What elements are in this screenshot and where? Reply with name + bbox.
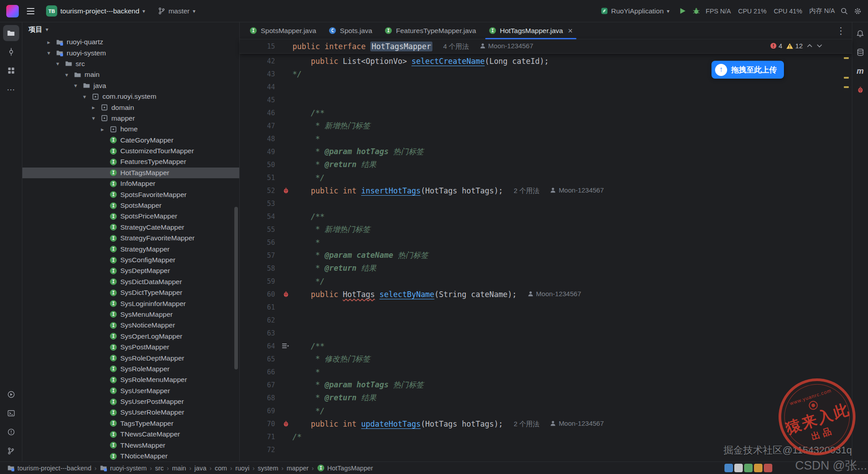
tree-item-StrategyMapper[interactable]: IStrategyMapper bbox=[22, 243, 239, 254]
tab-options-icon[interactable]: ⋮ bbox=[830, 22, 852, 39]
tree-item-SpotsPriceMapper[interactable]: ISpotsPriceMapper bbox=[22, 211, 239, 222]
tree-item-TNoticeMapper[interactable]: ITNoticeMapper bbox=[22, 451, 239, 461]
tab-HotTagsMapper.java[interactable]: IHotTagsMapper.java× bbox=[483, 22, 579, 39]
tab-Spots.java[interactable]: CSpots.java bbox=[322, 22, 378, 39]
code-text[interactable]: * 修改热门标签 bbox=[292, 354, 370, 364]
code-line-54[interactable]: 54 /** bbox=[240, 210, 852, 223]
chevron-down-icon[interactable]: ▾ bbox=[63, 71, 71, 78]
tree-item-SysUserRoleMapper[interactable]: ISysUserRoleMapper bbox=[22, 407, 239, 418]
author-inlay[interactable]: Moon-1234567 bbox=[528, 290, 581, 298]
author-inlay[interactable]: Moon-1234567 bbox=[480, 42, 534, 50]
code-text[interactable]: * @param hotTags 热门标签 bbox=[292, 380, 423, 390]
code-text[interactable]: */ bbox=[292, 407, 325, 415]
ime-chip[interactable] bbox=[764, 464, 772, 472]
branch-selector[interactable]: master ▾ bbox=[154, 5, 199, 17]
sticky-line[interactable]: 15public interface HotTagsMapper4 个用法Moo… bbox=[240, 39, 852, 54]
code-line-45[interactable]: 45 bbox=[240, 93, 852, 106]
tree-item-TNewsCateMapper[interactable]: ITNewsCateMapper bbox=[22, 429, 239, 440]
code-line-67[interactable]: 67 * @param hotTags 热门标签 bbox=[240, 378, 852, 391]
version-control-icon[interactable] bbox=[3, 443, 19, 459]
code-text[interactable]: public int updateHotTags(HotTags hotTags… bbox=[292, 419, 604, 428]
chevron-down-icon[interactable]: ▾ bbox=[89, 115, 97, 122]
tree-item-SysRoleMenuMapper[interactable]: ISysRoleMenuMapper bbox=[22, 374, 239, 385]
author-inlay[interactable]: Moon-1234567 bbox=[550, 419, 604, 427]
tree-item-SysDictDataMapper[interactable]: ISysDictDataMapper bbox=[22, 277, 239, 287]
code-text[interactable]: /** bbox=[292, 212, 325, 221]
code-line-58[interactable]: 58 * @return 结果 bbox=[240, 262, 852, 275]
code-text[interactable]: * bbox=[292, 134, 320, 143]
tree-item-SysOperLogMapper[interactable]: ISysOperLogMapper bbox=[22, 331, 239, 342]
code-text[interactable]: * @return 结果 bbox=[292, 263, 377, 273]
code-line-49[interactable]: 49 * @param hotTags 热门标签 bbox=[240, 145, 852, 158]
usages-inlay[interactable]: 4 个用法 bbox=[443, 42, 469, 51]
breadcrumb-item[interactable]: IHotTagsMapper bbox=[316, 464, 374, 472]
tree-item-SysRoleMapper[interactable]: ISysRoleMapper bbox=[22, 364, 239, 374]
code-text[interactable]: * 新增热门标签 bbox=[292, 121, 370, 131]
code-line-46[interactable]: 46 /** bbox=[240, 106, 852, 119]
commit-icon[interactable] bbox=[3, 44, 19, 60]
tree-item-StrategyFavoriteMapper[interactable]: IStrategyFavoriteMapper bbox=[22, 233, 239, 243]
tree-item-ruoyi-system[interactable]: ▾ruoyi-system bbox=[22, 47, 239, 58]
project-selector[interactable]: TB tourism-project---backend ▾ bbox=[42, 4, 149, 18]
code-text[interactable]: public HotTags selectByName(String cateN… bbox=[292, 290, 581, 299]
tree-item-main[interactable]: ▾main bbox=[22, 69, 239, 80]
code-line-48[interactable]: 48 * bbox=[240, 132, 852, 145]
project-panel-header[interactable]: 项目 ▾ bbox=[22, 22, 239, 37]
breadcrumb-item[interactable]: com bbox=[214, 465, 228, 472]
tree-item-SysConfigMapper[interactable]: ISysConfigMapper bbox=[22, 255, 239, 265]
code-text[interactable]: public List<OptionVo> selectCreateName(L… bbox=[292, 57, 549, 66]
code-text[interactable]: */ bbox=[292, 173, 325, 182]
tree-item-TNewsMapper[interactable]: ITNewsMapper bbox=[22, 440, 239, 450]
prev-problem-icon[interactable] bbox=[807, 44, 813, 48]
notifications-icon[interactable] bbox=[854, 27, 867, 40]
tree-item-InfoMapper[interactable]: IInfoMapper bbox=[22, 178, 239, 189]
ime-chip[interactable] bbox=[744, 464, 753, 472]
code-line-44[interactable]: 44 bbox=[240, 80, 852, 93]
code-text[interactable]: */ bbox=[292, 70, 301, 79]
tree-item-CateGoryMapper[interactable]: ICateGoryMapper bbox=[22, 135, 239, 146]
tree-item-java[interactable]: ▾java bbox=[22, 80, 239, 91]
chevron-down-icon[interactable]: ▾ bbox=[72, 82, 80, 89]
debug-button[interactable] bbox=[692, 7, 700, 15]
code-line-55[interactable]: 55 * 新增热门标签 bbox=[240, 223, 852, 236]
tree-item-SysRoleDeptMapper[interactable]: ISysRoleDeptMapper bbox=[22, 352, 239, 363]
maven-icon[interactable]: m bbox=[854, 64, 867, 78]
run-icon[interactable] bbox=[3, 386, 19, 403]
ime-chip[interactable] bbox=[734, 464, 743, 472]
breadcrumb-item[interactable]: mapper bbox=[286, 465, 309, 472]
breadcrumb-item[interactable]: java bbox=[194, 465, 207, 472]
code-line-64[interactable]: 64 /** bbox=[240, 340, 852, 352]
code-line-60[interactable]: 60 public HotTags selectByName(String ca… bbox=[240, 288, 852, 301]
breadcrumb-item[interactable]: system bbox=[257, 465, 279, 472]
code-text[interactable]: public interface HotTagsMapper4 个用法Moon-… bbox=[292, 42, 534, 51]
code-text[interactable]: * bbox=[292, 368, 320, 377]
tree-item-SysUserPostMapper[interactable]: ISysUserPostMapper bbox=[22, 396, 239, 407]
code-line-70[interactable]: 70 public int updateHotTags(HotTags hotT… bbox=[240, 417, 852, 430]
tree-item-SysDeptMapper[interactable]: ISysDeptMapper bbox=[22, 265, 239, 276]
tree-item-SpotsFavoriteMapper[interactable]: ISpotsFavoriteMapper bbox=[22, 189, 239, 200]
ime-chip[interactable] bbox=[754, 464, 762, 472]
database-icon[interactable] bbox=[854, 46, 867, 59]
plugin-bug-icon[interactable] bbox=[854, 83, 867, 96]
code-line-53[interactable]: 53 bbox=[240, 197, 852, 210]
code-line-50[interactable]: 50 * @return 结果 bbox=[240, 158, 852, 171]
chevron-down-icon[interactable]: ▾ bbox=[80, 93, 89, 100]
ime-chip[interactable] bbox=[724, 464, 733, 472]
tree-item-domain[interactable]: ▸domain bbox=[22, 102, 239, 113]
tab-FeaturesTypeMapper.java[interactable]: IFeaturesTypeMapper.java bbox=[378, 22, 482, 39]
tree-item-SysNoticeMapper[interactable]: ISysNoticeMapper bbox=[22, 320, 239, 331]
settings-gear-icon[interactable] bbox=[854, 7, 862, 15]
code-text[interactable]: * @param hotTags 热门标签 bbox=[292, 147, 423, 157]
code-line-66[interactable]: 66 * bbox=[240, 365, 852, 378]
code-line-72[interactable]: 72 bbox=[240, 443, 852, 456]
tree-item-ruoyi-quartz[interactable]: ▸ruoyi-quartz bbox=[22, 37, 239, 47]
code-line-51[interactable]: 51 */ bbox=[240, 171, 852, 184]
breadcrumb-item[interactable]: ruoyi-system bbox=[99, 464, 148, 472]
tree-item-FeaturesTypeMapper[interactable]: IFeaturesTypeMapper bbox=[22, 156, 239, 167]
structure-icon[interactable] bbox=[3, 63, 19, 79]
breadcrumb-item[interactable]: src bbox=[154, 465, 165, 472]
main-menu-icon[interactable] bbox=[24, 5, 37, 17]
chevron-down-icon[interactable]: ▾ bbox=[54, 60, 62, 67]
tree-item-CustomizedTourMapper[interactable]: ICustomizedTourMapper bbox=[22, 146, 239, 156]
tree-item-src[interactable]: ▾src bbox=[22, 59, 239, 69]
